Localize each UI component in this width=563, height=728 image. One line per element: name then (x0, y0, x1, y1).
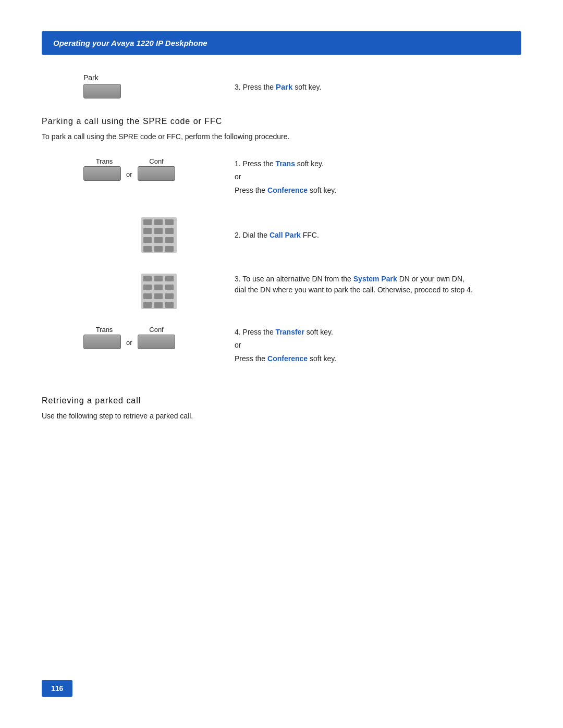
page-number: 116 (42, 680, 72, 697)
header-bar: Operating your Avaya 1220 IP Deskphone (42, 31, 521, 55)
key-cell (154, 293, 163, 299)
step2-right-col: 2. Dial the Call Park FFC. (235, 229, 521, 243)
step4-conf-label: Conf (130, 326, 182, 334)
key-cell (154, 228, 163, 234)
key-cell (165, 237, 174, 243)
step1-conf-prefix: Press the (235, 186, 267, 194)
key-cell (154, 285, 163, 290)
step1-prefix: Press the (243, 159, 276, 168)
key-cell (143, 302, 152, 308)
step2-row: 2. Dial the Call Park FFC. (42, 217, 521, 255)
step3-left-col (42, 269, 235, 311)
key-cell (165, 302, 174, 308)
key-cell (143, 285, 152, 290)
step2-left-col (42, 217, 235, 255)
step1-row: Trans Conf or 1. Press the Trans soft ke… (42, 157, 521, 199)
page-container: Operating your Avaya 1220 IP Deskphone P… (0, 0, 563, 478)
step4-conf-button[interactable] (138, 335, 175, 349)
key-cell (154, 276, 163, 281)
key-cell (143, 246, 152, 252)
trans-label: Trans (83, 157, 125, 165)
step2-prefix: Dial the (243, 231, 270, 239)
keypad-image-1 (141, 217, 177, 253)
key-cell (165, 246, 174, 252)
key-cell (165, 293, 174, 299)
step1-suffix: soft key. (295, 159, 324, 168)
step4-prefix: Press the (243, 328, 276, 336)
section2-heading: Retrieving a parked call (42, 396, 521, 405)
step4-labels-row: Trans Conf (83, 326, 182, 334)
park-step-row: Park 3. Press the Park soft key. (42, 73, 521, 100)
key-cell (165, 276, 174, 281)
step1-instruction: 1. Press the Trans soft key. (235, 158, 521, 170)
step1-number: 1. (235, 159, 241, 168)
step4-conf-prefix: Press the (235, 354, 267, 363)
conf-label: Conf (130, 157, 182, 165)
step1-buttons-row: or (83, 166, 175, 181)
key-cell (165, 285, 174, 290)
key-cell (165, 219, 174, 225)
section2-description: Use the following step to retrieve a par… (42, 411, 334, 422)
section1-description: To park a call using the SPRE code or FF… (42, 131, 334, 143)
step2-number: 2. (235, 231, 241, 239)
section1-heading: Parking a call using the SPRE code or FF… (42, 117, 521, 126)
step3-key: System Park (353, 275, 397, 283)
key-cell (143, 293, 152, 299)
park-label: Park (83, 73, 235, 82)
key-cell (143, 237, 152, 243)
step3-prefix: To use an alternative DN from the (242, 275, 353, 283)
key-cell (143, 276, 152, 281)
step4-conf-suffix: soft key. (308, 354, 336, 363)
step3-number: 3. (235, 275, 241, 283)
step4-row: Trans Conf or 4. Press the Transfer soft… (42, 326, 521, 367)
park-instruction-key: Park (276, 82, 293, 91)
step2-suffix: FFC. (301, 231, 319, 239)
park-instruction-prefix: Press the (243, 83, 276, 91)
step3-right-col: 3. To use an alternative DN from the Sys… (235, 269, 521, 298)
step4-or-text: or (126, 337, 132, 347)
header-title: Operating your Avaya 1220 IP Deskphone (53, 39, 207, 47)
step1-right-col: 1. Press the Trans soft key. or Press th… (235, 157, 521, 199)
step4-conf-instruction: Press the Conference soft key. (235, 353, 521, 365)
conf-soft-key-button[interactable] (138, 166, 175, 181)
step1-labels-row: Trans Conf (83, 157, 182, 165)
step4-buttons-row: or (83, 335, 175, 349)
step1-conf-key: Conference (267, 186, 308, 194)
park-step-number: 3. (235, 83, 241, 91)
park-left-col: Park (42, 73, 235, 100)
keypad-image-2 (141, 274, 177, 309)
key-cell (165, 228, 174, 234)
step1-or-instruction: or (235, 171, 521, 183)
step4-key: Transfer (276, 328, 304, 336)
key-cell (154, 219, 163, 225)
step3-row: 3. To use an alternative DN from the Sys… (42, 269, 521, 311)
park-soft-key-button[interactable] (83, 84, 121, 98)
step2-instruction: 2. Dial the Call Park FFC. (235, 230, 521, 241)
trans-soft-key-button[interactable] (83, 166, 121, 181)
step4-instruction: 4. Press the Transfer soft key. (235, 327, 521, 338)
key-cell (143, 228, 152, 234)
step4-conf-key: Conference (267, 354, 308, 363)
step4-left-col: Trans Conf or (42, 326, 235, 349)
park-instruction-suffix: soft key. (292, 83, 321, 91)
step1-key: Trans (276, 159, 295, 168)
key-cell (143, 219, 152, 225)
step1-left-col: Trans Conf or (42, 157, 235, 181)
step1-conf-suffix: soft key. (308, 186, 336, 194)
step4-right-col: 4. Press the Transfer soft key. or Press… (235, 326, 521, 367)
key-cell (154, 237, 163, 243)
park-right-col: 3. Press the Park soft key. (235, 73, 521, 93)
step3-instruction: 3. To use an alternative DN from the Sys… (235, 274, 474, 296)
step4-or-instruction: or (235, 340, 521, 351)
key-cell (154, 246, 163, 252)
step1-or-text: or (126, 168, 132, 178)
step4-trans-button[interactable] (83, 335, 121, 349)
step1-conf-instruction: Press the Conference soft key. (235, 185, 521, 196)
key-cell (154, 302, 163, 308)
step2-key: Call Park (270, 231, 301, 239)
step4-number: 4. (235, 328, 241, 336)
step4-trans-label: Trans (83, 326, 125, 334)
step4-suffix: soft key. (304, 328, 333, 336)
